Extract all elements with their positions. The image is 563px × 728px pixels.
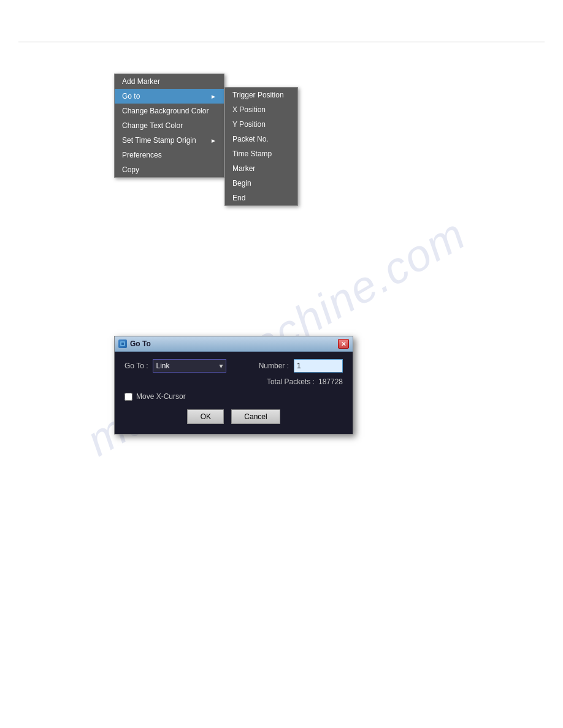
total-packets-label: Total Packets : [267, 377, 315, 386]
context-menu: Add Marker Go to ► Change Background Col… [114, 74, 224, 178]
menu-item-add-marker[interactable]: Add Marker [115, 74, 224, 89]
submenu-item-marker[interactable]: Marker [225, 161, 297, 176]
svg-rect-1 [121, 343, 124, 345]
submenu-item-x-position[interactable]: X Position [225, 102, 297, 117]
dialog-titlebar-left: Go To [118, 339, 151, 348]
submenu-item-trigger-position[interactable]: Trigger Position [225, 88, 297, 102]
goto-dialog: Go To ✕ Go To : Link Packet No. Time Sta… [114, 336, 353, 434]
submenu-item-y-position[interactable]: Y Position [225, 117, 297, 132]
dialog-title: Go To [130, 339, 151, 348]
submenu-arrow-timestamp-icon: ► [210, 137, 216, 144]
menu-item-copy[interactable]: Copy [115, 162, 224, 177]
goto-submenu: Trigger Position X Position Y Position P… [224, 87, 298, 206]
goto-select-wrapper: Link Packet No. Time Stamp ▼ [153, 359, 226, 373]
dialog-buttons-row: OK Cancel [124, 409, 343, 424]
submenu-arrow-icon: ► [210, 93, 216, 100]
dialog-close-button[interactable]: ✕ [338, 339, 349, 349]
move-xcursor-checkbox[interactable] [124, 393, 132, 401]
number-input[interactable] [294, 359, 343, 373]
menu-item-change-bg-color[interactable]: Change Background Color [115, 104, 224, 118]
dialog-titlebar: Go To ✕ [115, 336, 353, 352]
dialog-body: Go To : Link Packet No. Time Stamp ▼ Num… [115, 352, 353, 434]
submenu-item-packet-no[interactable]: Packet No. [225, 132, 297, 146]
submenu-item-end[interactable]: End [225, 191, 297, 205]
submenu-item-begin[interactable]: Begin [225, 176, 297, 191]
goto-label: Go To : [124, 362, 148, 370]
dialog-total-row: Total Packets : 187728 [124, 377, 343, 386]
context-menu-list: Add Marker Go to ► Change Background Col… [114, 74, 224, 178]
dialog-app-icon [118, 339, 127, 348]
menu-item-change-text-color[interactable]: Change Text Color [115, 118, 224, 133]
cancel-button[interactable]: Cancel [231, 409, 280, 424]
dialog-checkbox-row: Move X-Cursor [124, 392, 343, 401]
total-packets-value: 187728 [318, 377, 343, 386]
move-xcursor-label: Move X-Cursor [136, 392, 186, 401]
menu-item-preferences[interactable]: Preferences [115, 148, 224, 162]
dialog-goto-row: Go To : Link Packet No. Time Stamp ▼ Num… [124, 359, 343, 373]
goto-select[interactable]: Link Packet No. Time Stamp [153, 359, 226, 373]
ok-button[interactable]: OK [187, 409, 224, 424]
menu-item-set-timestamp-origin[interactable]: Set Time Stamp Origin ► [115, 133, 224, 148]
submenu-item-time-stamp[interactable]: Time Stamp [225, 146, 297, 161]
menu-item-goto[interactable]: Go to ► [115, 89, 224, 104]
top-divider [18, 42, 545, 42]
number-label: Number : [259, 362, 289, 370]
